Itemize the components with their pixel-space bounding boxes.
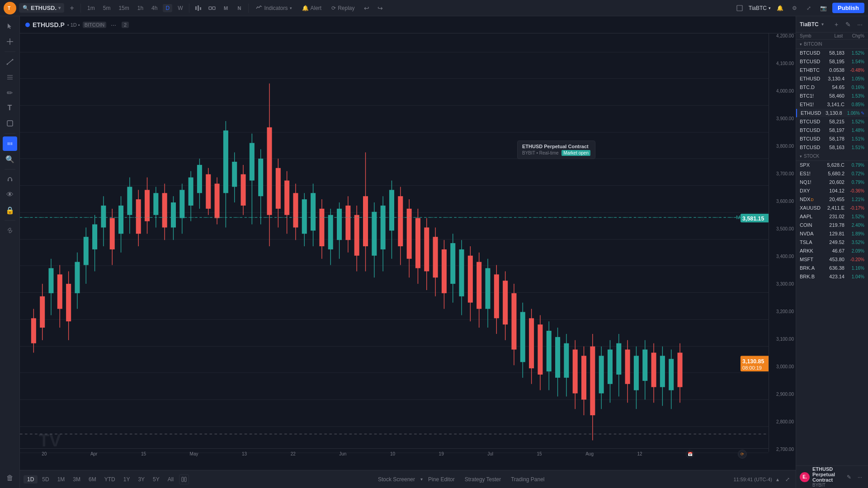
calendar-icon[interactable]: 📅 <box>686 450 694 458</box>
watchlist-item-aapl[interactable]: AAPL 231.02 1.52% <box>796 212 868 221</box>
tf-tab-6M[interactable]: 6M <box>85 475 100 483</box>
tf-5m[interactable]: 5m <box>100 4 113 12</box>
tf-15m[interactable]: 15m <box>116 4 132 12</box>
tf-D[interactable]: D <box>163 4 172 12</box>
tf-1h[interactable]: 1h <box>135 4 146 12</box>
tf-tab-5Y[interactable]: 5Y <box>149 475 163 483</box>
pen-tool[interactable]: ✏ <box>3 85 17 100</box>
watchlist-item-arkk[interactable]: ARKK 46.67 2.09% <box>796 247 868 255</box>
add-symbol-button[interactable]: + <box>67 3 77 13</box>
alert-button[interactable]: 🔔 Alert <box>298 4 326 13</box>
watchlist-item-btcusd2[interactable]: BTCUSD 58,195 1.54% <box>796 57 868 66</box>
fullscreen-chart-icon[interactable]: ⤢ <box>783 475 792 484</box>
watchlist-item-eth1[interactable]: ETH1! 3,141.C 0.85% <box>796 100 868 109</box>
tf-tab-3M[interactable]: 3M <box>69 475 84 483</box>
bitcoin-section-header[interactable]: ▾ BITCOIN <box>796 40 868 49</box>
chart-type-icon[interactable] <box>193 3 204 14</box>
bottom-edit-icon[interactable]: ✎ <box>844 473 854 482</box>
watchlist-item-brkb[interactable]: BRK.B 423.14 1.04% <box>796 272 868 281</box>
compare-icon[interactable] <box>207 3 217 14</box>
undo-button[interactable]: ↩ <box>361 3 372 14</box>
stock-section-header[interactable]: ▾ STOCK <box>796 152 868 161</box>
strategy-tester-tab[interactable]: Strategy Tester <box>460 475 505 483</box>
watchlist-item-spx[interactable]: SPX 5,628.C 0.79% <box>796 161 868 169</box>
magnet-tool[interactable] <box>3 172 17 187</box>
watchlist-item-btcusd4[interactable]: BTCUSD 58,197 1.48% <box>796 126 868 135</box>
watchlist-item-xauusd[interactable]: XAUUSD 2,411.E -0.17% <box>796 204 868 212</box>
shape-tool[interactable] <box>3 116 17 131</box>
pine-editor-tab[interactable]: Pine Editor <box>424 475 459 483</box>
add-watchlist-btn[interactable]: + <box>832 20 841 29</box>
user-menu[interactable]: TiaBTC ▾ <box>749 5 771 11</box>
tf-tab-1Y[interactable]: 1Y <box>120 475 134 483</box>
main-area: ✏ T 🔍 👁 🔒 🗑 ETHUSD.P • 1D • <box>0 16 868 488</box>
more-options-btn[interactable]: ··· <box>855 20 864 29</box>
tf-4h[interactable]: 4h <box>149 4 160 12</box>
watchlist-item-btcusd6[interactable]: BTCUSD 58,163 1.51% <box>796 143 868 152</box>
notification-icon[interactable]: 🔔 <box>774 3 785 14</box>
eye-tool[interactable]: 👁 <box>3 188 17 202</box>
tf-tab-1D[interactable]: 1D <box>24 475 38 483</box>
N-icon[interactable]: N <box>234 3 245 14</box>
watchlist-item-btcd[interactable]: BTC.D 54.65 0.16% <box>796 83 868 92</box>
link-tool[interactable] <box>3 223 17 238</box>
clock-display: 11:59:41 (UTC-4) <box>733 477 772 482</box>
trend-line-tool[interactable] <box>3 55 17 69</box>
replay-button[interactable]: ⟳ Replay <box>328 4 358 13</box>
crosshair-tool[interactable] <box>3 34 17 49</box>
watchlist-item-tsla[interactable]: TSLA 249.52 3.52% <box>796 238 868 247</box>
watchlist-item-nq1[interactable]: NQ1! 20,602 0.79% <box>796 178 868 187</box>
watchlist-item-btcusd1[interactable]: BTCUSD 58,183 1.52% <box>796 49 868 57</box>
tf-tab-All[interactable]: All <box>164 475 177 483</box>
expand-icon[interactable]: ⤢ <box>803 3 814 14</box>
stock-screener-tab[interactable]: Stock Screener <box>373 475 420 483</box>
text-tool[interactable]: T <box>3 101 17 115</box>
watchlist-item-nvda[interactable]: NVDA 129.81 1.89% <box>796 230 868 238</box>
trash-tool[interactable]: 🗑 <box>3 471 17 485</box>
chevron-down-panel-icon[interactable]: ▾ <box>821 22 824 27</box>
edit-watchlist-btn[interactable]: ✎ <box>844 20 853 29</box>
tf-tab-1M[interactable]: 1M <box>54 475 69 483</box>
price-3000: 3,000.00 <box>771 364 794 369</box>
bottom-symbol-sub: BYBIT <box>812 483 842 488</box>
fullscreen-icon[interactable] <box>734 3 745 14</box>
more-options-icon[interactable]: ··· <box>111 21 116 28</box>
chart-main[interactable]: 3,581.15 3,130.85 08:00:19 M TV <box>20 33 769 459</box>
watchlist-item-ethusd1[interactable]: ETHUSD 3,130.4 1.05% <box>796 75 868 83</box>
bottom-more-icon[interactable]: ··· <box>855 473 864 482</box>
M-icon[interactable]: M <box>220 3 231 14</box>
tf-1m[interactable]: 1m <box>85 4 98 12</box>
compare-period-icon[interactable] <box>179 474 189 484</box>
trading-panel-tab[interactable]: Trading Panel <box>506 475 549 483</box>
indicators-button[interactable]: Indicators ▾ <box>252 3 295 13</box>
measure-tool[interactable] <box>3 136 17 151</box>
tf-W[interactable]: W <box>175 4 185 12</box>
svg-rect-124 <box>389 190 394 230</box>
chevron-up-icon[interactable]: ▴ <box>773 475 782 484</box>
realtime-indicator[interactable]: ⟳ <box>738 450 747 459</box>
camera-icon[interactable]: 📷 <box>818 3 829 14</box>
watchlist-item-btc1[interactable]: BTC1! 58,460 1.53% <box>796 92 868 100</box>
watchlist-item-btcusd5[interactable]: BTCUSD 58,178 1.51% <box>796 135 868 143</box>
settings-icon[interactable]: ⚙ <box>789 3 800 14</box>
watchlist-item-msft[interactable]: MSFT 453.80 -0.20% <box>796 255 868 264</box>
watchlist-item-brka[interactable]: BRK.A 636.38 1.16% <box>796 264 868 272</box>
screener-chevron[interactable]: ▾ <box>420 477 423 482</box>
watchlist-item-es1[interactable]: ES1! 5,680.2 0.72% <box>796 169 868 178</box>
publish-button[interactable]: Publish <box>832 3 864 13</box>
watchlist-item-ndx[interactable]: NDXD 20,455 1.21% <box>796 195 868 204</box>
watchlist-item-coin[interactable]: COIN 219.78 2.40% <box>796 221 868 230</box>
redo-button[interactable]: ↪ <box>375 3 386 14</box>
cursor-tool[interactable] <box>3 19 17 33</box>
watchlist-item-dxy[interactable]: DXY 104.12 -0.36% <box>796 187 868 195</box>
tf-tab-5D[interactable]: 5D <box>38 475 52 483</box>
fibonacci-tool[interactable] <box>3 70 17 84</box>
watchlist-item-ethbtc[interactable]: ETHBTC 0.0538 -0.48% <box>796 66 868 75</box>
watchlist-item-ethusd-active[interactable]: ETHUSD 3,130.8 1.06% ✎ <box>796 109 868 117</box>
symbol-selector[interactable]: 🔍 ETHUSD. ▾ <box>19 3 64 13</box>
watchlist-item-btcusd3[interactable]: BTCUSD 58,215 1.52% <box>796 117 868 126</box>
lock-tool[interactable]: 🔒 <box>3 203 17 217</box>
zoom-tool[interactable]: 🔍 <box>3 152 17 166</box>
tf-tab-3Y[interactable]: 3Y <box>134 475 148 483</box>
tf-tab-YTD[interactable]: YTD <box>101 475 119 483</box>
